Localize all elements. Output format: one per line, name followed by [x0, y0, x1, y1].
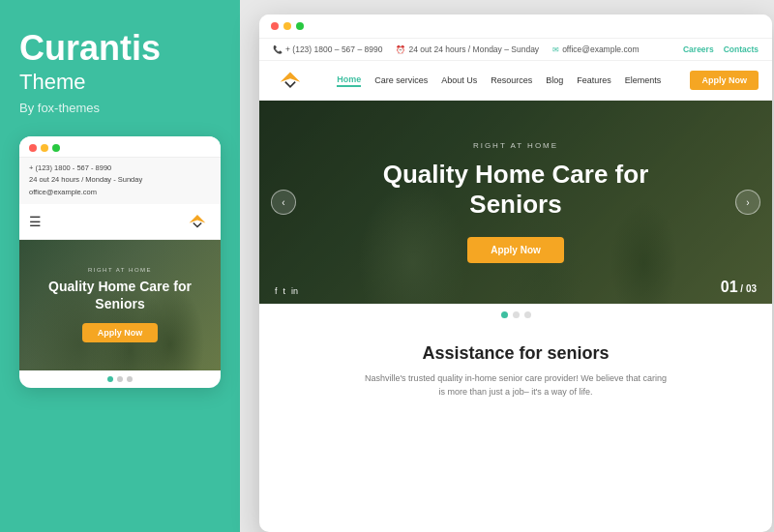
desktop-hero-tag: RIGHT AT HOME: [473, 141, 558, 150]
slide-total: 03: [746, 283, 757, 294]
topbar-left: 📞 + (123) 1800 – 567 – 8990 ⏰ 24 out 24 …: [273, 44, 639, 54]
desktop-nav-apply-button[interactable]: Apply Now: [690, 71, 759, 90]
brand-by: By fox-themes: [19, 101, 221, 115]
desktop-preview-window: 📞 + (123) 1800 – 567 – 8990 ⏰ 24 out 24 …: [259, 15, 772, 532]
desktop-hero-title: Quality Home Care for Seniors: [371, 160, 661, 220]
hamburger-icon[interactable]: ☰: [29, 214, 42, 229]
slide-current: 01: [721, 279, 738, 295]
careers-link[interactable]: Careers: [683, 44, 714, 54]
desktop-dot-red: [271, 22, 279, 30]
desktop-hero: RIGHT AT HOME Quality Home Care for Seni…: [259, 101, 772, 304]
assistance-section: Assistance for seniors Nashville's trust…: [259, 326, 772, 409]
nav-elements[interactable]: Elements: [625, 75, 662, 85]
brand-title: Curantis: [19, 29, 221, 68]
mobile-dot-2[interactable]: [117, 376, 123, 382]
desktop-dot-1[interactable]: [501, 311, 508, 318]
desktop-hero-apply-button[interactable]: Apply Now: [467, 237, 564, 263]
nav-features[interactable]: Features: [577, 75, 611, 85]
desktop-dot-green: [296, 22, 304, 30]
twitter-icon[interactable]: t: [283, 286, 286, 296]
desktop-dot-yellow: [283, 22, 291, 30]
desktop-dot-3[interactable]: [524, 311, 531, 318]
mobile-window-chrome: [19, 136, 221, 157]
mobile-hero: RIGHT AT HOME Quality Home Care for Seni…: [19, 240, 221, 370]
desktop-nav-links: Home Care services About Us Resources Bl…: [337, 74, 661, 87]
clock-icon: ⏰: [396, 45, 405, 54]
mobile-hero-tag: RIGHT AT HOME: [29, 267, 211, 273]
left-panel: Curantis Theme By fox-themes + (123) 180…: [0, 0, 240, 532]
nav-resources[interactable]: Resources: [491, 75, 532, 85]
facebook-icon[interactable]: f: [275, 286, 278, 296]
mobile-dot-1[interactable]: [107, 376, 113, 382]
desktop-nav: Home Care services About Us Resources Bl…: [259, 61, 772, 101]
nav-about-us[interactable]: About Us: [441, 75, 477, 85]
assistance-title: Assistance for seniors: [279, 343, 753, 364]
window-dot-green: [52, 144, 60, 152]
mobile-phone: + (123) 1800 - 567 - 8990: [29, 163, 211, 175]
desktop-topbar: 📞 + (123) 1800 – 567 – 8990 ⏰ 24 out 24 …: [259, 39, 772, 61]
mobile-email: office@example.com: [29, 187, 211, 199]
hero-prev-arrow[interactable]: ‹: [271, 190, 296, 215]
mobile-nav: ☰: [19, 204, 221, 240]
nav-blog[interactable]: Blog: [546, 75, 563, 85]
desktop-dot-2[interactable]: [513, 311, 520, 318]
desktop-slide-dots: [259, 304, 772, 326]
topbar-phone: 📞 + (123) 1800 – 567 – 8990: [273, 44, 382, 54]
nav-home[interactable]: Home: [337, 74, 361, 87]
desktop-window-chrome: [259, 15, 772, 39]
mobile-hero-title: Quality Home Care for Seniors: [29, 279, 211, 312]
topbar-email: ✉ office@example.com: [552, 44, 639, 54]
topbar-right: Careers Contacts: [683, 44, 759, 54]
hero-footer: f t in 01 / 03: [259, 271, 772, 304]
window-dot-red: [29, 144, 37, 152]
hero-next-arrow[interactable]: ›: [735, 190, 760, 215]
nav-care-services[interactable]: Care services: [374, 75, 428, 85]
right-panel: 📞 + (123) 1800 – 567 – 8990 ⏰ 24 out 24 …: [240, 0, 774, 532]
brand-subtitle: Theme: [19, 70, 221, 95]
email-icon: ✉: [552, 45, 559, 54]
mobile-slide-dots: [19, 370, 221, 388]
mobile-preview-card: + (123) 1800 - 567 - 8990 24 out 24 hour…: [19, 136, 221, 388]
social-icons: f t in: [275, 286, 298, 296]
mobile-hours: 24 out 24 hours / Monday - Sunday: [29, 174, 211, 187]
window-dot-yellow: [41, 144, 48, 152]
phone-icon: 📞: [273, 45, 283, 54]
mobile-logo: [184, 212, 211, 231]
instagram-icon[interactable]: in: [291, 286, 298, 296]
desktop-logo: [273, 69, 308, 92]
mobile-topbar: + (123) 1800 - 567 - 8990 24 out 24 hour…: [19, 157, 221, 204]
slide-counter: 01 / 03: [721, 279, 757, 296]
mobile-apply-button[interactable]: Apply Now: [82, 323, 159, 342]
contacts-link[interactable]: Contacts: [724, 44, 759, 54]
assistance-text: Nashville's trusted quality in-home seni…: [361, 371, 670, 399]
topbar-hours: ⏰ 24 out 24 hours / Monday – Sunday: [396, 44, 539, 54]
mobile-dot-3[interactable]: [127, 376, 133, 382]
mobile-hero-content: RIGHT AT HOME Quality Home Care for Seni…: [19, 267, 221, 342]
